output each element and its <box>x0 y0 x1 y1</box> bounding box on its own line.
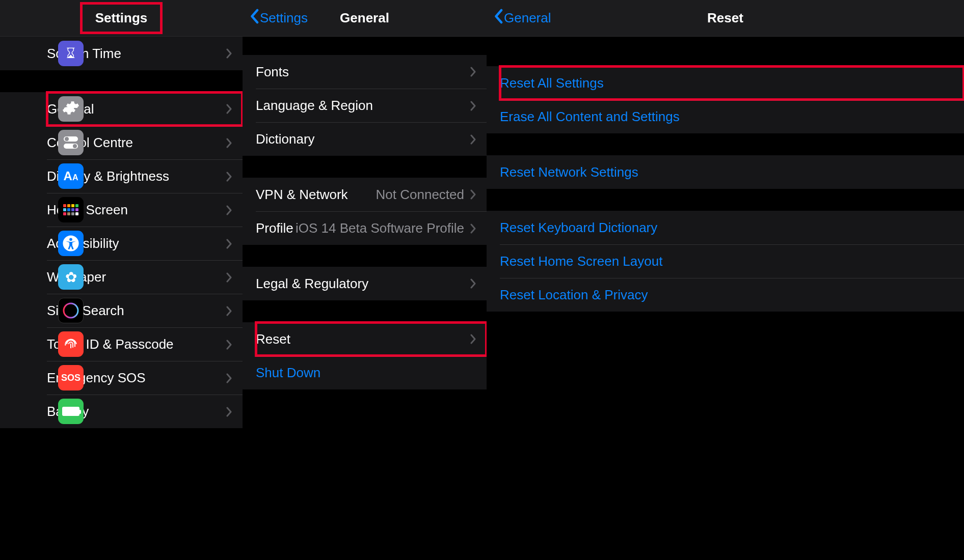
chevron-right-icon <box>470 66 476 77</box>
row-detail: iOS 14 Beta Software Profile <box>296 220 464 236</box>
fingerprint-icon <box>58 331 84 357</box>
settings-row-accessibility[interactable]: Accessibility <box>47 227 243 260</box>
row-dictionary[interactable]: Dictionary <box>256 122 487 156</box>
back-label: Settings <box>260 10 308 26</box>
siri-icon <box>58 298 84 323</box>
chevron-right-icon <box>470 100 476 111</box>
text-size-icon: AA <box>58 163 84 189</box>
chevron-right-icon <box>226 339 232 350</box>
row-reset-home-layout[interactable]: Reset Home Screen Layout <box>500 244 964 278</box>
chevron-right-icon <box>226 272 232 283</box>
settings-row-general[interactable]: General <box>47 92 243 126</box>
row-vpn-network[interactable]: VPN & NetworkNot Connected <box>256 178 487 211</box>
chevron-right-icon <box>470 134 476 145</box>
chevron-right-icon <box>470 223 476 234</box>
row-label: Fonts <box>256 64 470 80</box>
row-fonts[interactable]: Fonts <box>256 55 487 89</box>
settings-row-touch-id[interactable]: Touch ID & Passcode <box>47 327 243 361</box>
row-reset-location-privacy[interactable]: Reset Location & Privacy <box>500 278 964 312</box>
row-label: Erase All Content and Settings <box>500 109 954 125</box>
svg-point-2 <box>64 303 78 318</box>
row-label: Legal & Regulatory <box>256 276 470 292</box>
chevron-right-icon <box>226 205 232 216</box>
row-label: VPN & Network <box>256 187 376 203</box>
row-label: Shut Down <box>256 365 476 381</box>
reset-group-2: Reset Network Settings <box>487 155 964 189</box>
settings-row-control-centre[interactable]: Control Centre <box>47 126 243 159</box>
navbar-title: Settings <box>81 3 162 33</box>
row-legal-regulatory[interactable]: Legal & Regulatory <box>256 267 487 300</box>
row-label: Reset Home Screen Layout <box>500 254 954 269</box>
sos-icon: SOS <box>58 365 84 390</box>
row-label: Reset Location & Privacy <box>500 287 954 303</box>
back-button-general[interactable]: General <box>494 9 551 27</box>
reset-group-3: Reset Keyboard DictionaryReset Home Scre… <box>487 211 964 312</box>
battery-icon <box>58 399 84 424</box>
navbar-title: General <box>340 10 389 26</box>
general-group-2: VPN & NetworkNot ConnectedProfileiOS 14 … <box>243 178 487 245</box>
row-erase-all-content[interactable]: Erase All Content and Settings <box>500 100 964 133</box>
settings-group-main: GeneralControl CentreAADisplay & Brightn… <box>0 92 243 428</box>
row-language-region[interactable]: Language & Region <box>256 89 487 122</box>
row-label: Reset Network Settings <box>500 164 954 180</box>
reset-group-1: Reset All SettingsErase All Content and … <box>487 66 964 133</box>
chevron-right-icon <box>226 48 232 59</box>
row-label: Dictionary <box>256 131 470 147</box>
general-pane: Settings General FontsLanguage & RegionD… <box>243 0 487 560</box>
settings-row-display-brightness[interactable]: AADisplay & Brightness <box>47 159 243 193</box>
row-label: Profile <box>256 220 296 236</box>
navbar-title: Reset <box>707 10 743 26</box>
flower-icon: ✿ <box>58 264 84 290</box>
settings-row-wallpaper[interactable]: ✿Wallpaper <box>47 260 243 294</box>
row-shut-down[interactable]: Shut Down <box>256 356 487 389</box>
chevron-left-icon <box>250 9 260 27</box>
chevron-right-icon <box>226 103 232 115</box>
row-detail: Not Connected <box>376 187 464 203</box>
back-button-settings[interactable]: Settings <box>250 9 308 27</box>
chevron-right-icon <box>470 333 476 345</box>
general-group-3: Legal & Regulatory <box>243 267 487 300</box>
row-reset-all-settings[interactable]: Reset All Settings <box>500 66 964 100</box>
settings-row-home-screen[interactable]: Home Screen <box>47 193 243 227</box>
settings-pane: Settings ⌛︎Screen Time GeneralControl Ce… <box>0 0 243 560</box>
row-label: Reset All Settings <box>500 75 954 91</box>
back-label: General <box>504 10 551 26</box>
row-label: Reset Keyboard Dictionary <box>500 220 954 236</box>
settings-group-top: ⌛︎Screen Time <box>0 37 243 70</box>
svg-point-1 <box>69 238 72 241</box>
navbar-general: Settings General <box>243 0 487 37</box>
chevron-right-icon <box>470 189 476 200</box>
row-reset-network[interactable]: Reset Network Settings <box>500 155 964 189</box>
chevron-left-icon <box>494 9 504 27</box>
settings-row-siri-search[interactable]: Siri & Search <box>47 294 243 327</box>
hourglass-icon: ⌛︎ <box>58 41 84 66</box>
settings-row-screen-time[interactable]: ⌛︎Screen Time <box>47 37 243 70</box>
chevron-right-icon <box>226 171 232 182</box>
home-grid-icon <box>58 197 84 222</box>
settings-row-emergency-sos[interactable]: SOSEmergency SOS <box>47 361 243 395</box>
chevron-right-icon <box>226 305 232 317</box>
gear-icon <box>58 96 84 122</box>
general-group-1: FontsLanguage & RegionDictionary <box>243 55 487 156</box>
navbar-reset: General Reset <box>487 0 964 37</box>
row-label: Language & Region <box>256 98 470 114</box>
row-profile[interactable]: ProfileiOS 14 Beta Software Profile <box>256 211 487 245</box>
row-reset-keyboard[interactable]: Reset Keyboard Dictionary <box>500 211 964 244</box>
settings-row-battery[interactable]: Battery <box>47 395 243 428</box>
chevron-right-icon <box>226 137 232 149</box>
chevron-right-icon <box>226 406 232 417</box>
chevron-right-icon <box>470 278 476 289</box>
chevron-right-icon <box>226 373 232 384</box>
row-reset[interactable]: Reset <box>256 322 487 356</box>
accessibility-icon <box>58 231 84 256</box>
toggles-icon <box>58 130 84 155</box>
chevron-right-icon <box>226 238 232 249</box>
navbar-settings: Settings <box>0 0 243 37</box>
general-group-4: ResetShut Down <box>243 322 487 389</box>
row-label: Reset <box>256 331 470 347</box>
reset-pane: General Reset Reset All SettingsErase Al… <box>487 0 964 560</box>
